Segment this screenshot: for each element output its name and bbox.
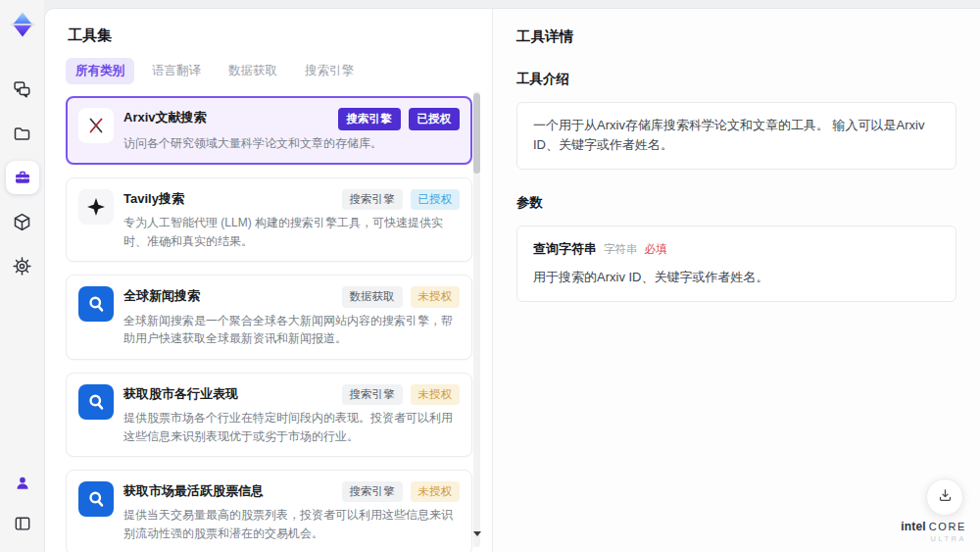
tool-card[interactable]: Arxiv文献搜索 搜索引擎 已授权 访问各个研究领域大量科学论文和文章的存储库… [66, 96, 472, 165]
tool-description: 全球新闻搜索是一个聚合全球各大新闻网站内容的搜索引擎，帮助用户快速获取全球最新资… [123, 312, 460, 348]
tool-description: 提供股票市场各个行业在特定时间段内的表现。投资者可以利用这些信息来识别表现优于或… [123, 409, 460, 445]
param-name: 查询字符串 [533, 241, 597, 256]
app-logo [6, 8, 39, 41]
category-tabs: 所有类别语言翻译数据获取搜索引擎 [66, 58, 468, 84]
tool-card[interactable]: 获取股市各行业表现 搜索引擎 未授权 提供股票市场各个行业在特定时间段内的表现。… [66, 373, 472, 457]
page-title: 工具集 [68, 26, 468, 45]
intel-brand-text: intel [901, 520, 926, 533]
category-badge: 数据获取 [342, 286, 403, 307]
category-tab[interactable]: 语言翻译 [142, 58, 211, 84]
arxiv-icon [78, 108, 114, 143]
tool-description: 专为人工智能代理 (LLM) 构建的搜索引擎工具，可快速提供实时、准确和真实的结… [123, 214, 460, 250]
param-type: 字符串 [604, 243, 638, 255]
tool-description: 提供当天交易量最高的股票列表，投资者可以利用这些信息来识别流动性强的股票和潜在的… [123, 506, 460, 542]
auth-status-badge: 未授权 [411, 384, 461, 405]
download-button[interactable] [926, 478, 963, 516]
tool-card[interactable]: Tavily搜索 搜索引擎 已授权 专为人工智能代理 (LLM) 构建的搜索引擎… [66, 177, 472, 262]
search-app-icon [78, 286, 114, 322]
category-tab[interactable]: 数据获取 [219, 58, 287, 84]
intel-core-text: core [929, 521, 966, 532]
category-badge: 搜索引擎 [342, 481, 403, 502]
intel-core-logo: intelcore ultra [901, 521, 966, 543]
sidebar-item-settings[interactable] [6, 249, 39, 282]
param-box: 查询字符串字符串必填 用于搜索的Arxiv ID、关键字或作者姓名。 [516, 226, 956, 303]
param-description: 用于搜索的Arxiv ID、关键字或作者姓名。 [533, 268, 940, 288]
tool-card[interactable]: 获取市场最活跃股票信息 搜索引擎 未授权 提供当天交易量最高的股票列表，投资者可… [66, 470, 472, 552]
folder-icon [12, 124, 32, 144]
tool-name: Tavily搜索 [123, 189, 184, 208]
intel-sub-text: ultra [901, 534, 966, 543]
category-badge: 搜索引擎 [342, 189, 403, 210]
rail-bottom [6, 467, 39, 540]
category-badge: 搜索引擎 [338, 108, 401, 130]
rail-nav [6, 73, 39, 282]
list-scrollbar[interactable] [473, 91, 480, 547]
auth-status-badge: 未授权 [411, 286, 461, 307]
auth-status-badge: 已授权 [409, 108, 461, 130]
tool-name: 获取市场最活跃股票信息 [123, 481, 264, 500]
params-list: 查询字符串字符串必填 用于搜索的Arxiv ID、关键字或作者姓名。 [516, 226, 956, 303]
sidebar-item-collapse[interactable] [6, 507, 39, 540]
sidebar-item-files[interactable] [6, 117, 39, 150]
intro-box: 一个用于从Arxiv存储库搜索科学论文和文章的工具。 输入可以是Arxiv ID… [516, 102, 956, 171]
main-panel: 工具集 所有类别语言翻译数据获取搜索引擎 Arxiv文献搜索 搜索引擎 已授权 … [44, 8, 980, 552]
category-tab[interactable]: 所有类别 [66, 58, 134, 84]
briefcase-icon [13, 168, 32, 187]
scrollbar-thumb[interactable] [473, 93, 480, 174]
search-app-icon [78, 481, 114, 517]
tool-card[interactable]: 全球新闻搜索 数据获取 未授权 全球新闻搜索是一个聚合全球各大新闻网站内容的搜索… [66, 275, 472, 359]
sidebar-item-packages[interactable] [6, 205, 39, 238]
tool-name: Arxiv文献搜索 [123, 108, 207, 126]
auth-status-badge: 已授权 [411, 189, 461, 210]
gear-icon [12, 256, 32, 276]
params-heading: 参数 [516, 194, 956, 212]
tavily-icon [78, 189, 114, 225]
user-icon [13, 474, 32, 493]
tool-name: 获取股市各行业表现 [123, 384, 238, 403]
category-tab[interactable]: 搜索引擎 [295, 58, 364, 84]
tool-name: 全球新闻搜索 [123, 286, 200, 305]
tool-detail-pane: 工具详情 工具介绍 一个用于从Arxiv存储库搜索科学论文和文章的工具。 输入可… [492, 9, 980, 552]
tool-description: 访问各个研究领域大量科学论文和文章的存储库。 [123, 134, 460, 153]
category-badge: 搜索引擎 [342, 384, 403, 405]
auth-status-badge: 未授权 [411, 481, 461, 502]
panel-icon [13, 514, 32, 533]
scroll-down-caret-icon [473, 531, 481, 536]
left-rail [0, 0, 44, 552]
param-required-badge: 必填 [645, 243, 667, 255]
tool-list-pane: 工具集 所有类别语言翻译数据获取搜索引擎 Arxiv文献搜索 搜索引擎 已授权 … [45, 9, 492, 552]
chat-icon [12, 79, 32, 100]
sidebar-item-toolbox[interactable] [6, 161, 39, 194]
sidebar-item-profile[interactable] [6, 467, 39, 500]
search-app-icon [78, 384, 114, 420]
download-icon [937, 487, 954, 507]
tool-cards: Arxiv文献搜索 搜索引擎 已授权 访问各个研究领域大量科学论文和文章的存储库… [66, 96, 472, 552]
detail-title: 工具详情 [516, 27, 956, 46]
intro-heading: 工具介绍 [516, 71, 956, 88]
sidebar-item-chat[interactable] [6, 73, 39, 106]
cube-icon [12, 212, 32, 232]
